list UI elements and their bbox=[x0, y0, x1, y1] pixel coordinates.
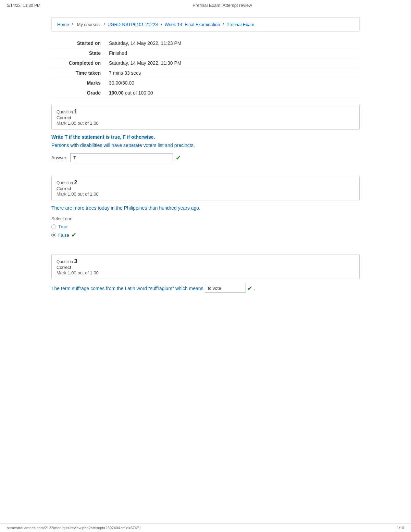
state-value: Finished bbox=[106, 48, 360, 58]
info-row-state: State Finished bbox=[51, 48, 360, 58]
q3-status: Correct bbox=[57, 265, 71, 270]
marks-value: 30.00/30.00 bbox=[106, 78, 360, 88]
q3-fill-blank-row: The term suffrage comes from the Latin w… bbox=[51, 284, 360, 293]
q2-num: 2 bbox=[74, 180, 77, 185]
question-2-body: There are more trees today in the Philip… bbox=[51, 205, 360, 248]
question-2-header: Question 2 Correct Mark 1.00 out of 1.00 bbox=[51, 176, 360, 200]
q2-option-true-label: True bbox=[58, 224, 67, 229]
completed-value: Saturday, 14 May 2022, 11:30 PM bbox=[106, 58, 360, 68]
q1-num: 1 bbox=[74, 109, 77, 114]
question-3-body: The term suffrage comes from the Latin w… bbox=[51, 284, 360, 299]
q3-check-icon: ✔ bbox=[247, 285, 252, 292]
breadcrumb-sep4: / bbox=[223, 22, 225, 27]
q3-mark: Mark 1.00 out of 1.00 bbox=[57, 270, 99, 275]
attempt-info-table: Started on Saturday, 14 May 2022, 11:23 … bbox=[51, 38, 360, 98]
grade-value: 100.00 out of 100.00 bbox=[106, 88, 360, 98]
info-row-completed: Completed on Saturday, 14 May 2022, 11:3… bbox=[51, 58, 360, 68]
breadcrumb: Home / My courses / UGRD-NSTP6101-2122S … bbox=[51, 17, 360, 32]
question-3-header: Question 3 Correct Mark 1.00 out of 1.00 bbox=[51, 255, 360, 279]
marks-label: Marks bbox=[51, 78, 106, 88]
question-1-header: Question 1 Correct Mark 1.00 out of 1.00 bbox=[51, 105, 360, 129]
datetime: 5/14/22, 11:30 PM bbox=[7, 3, 40, 8]
breadcrumb-exam[interactable]: Prefinal Exam bbox=[226, 22, 254, 27]
footer-page: 1/10 bbox=[397, 526, 404, 530]
q1-answer-row: Answer: ✔ bbox=[51, 153, 360, 162]
top-bar: 5/14/22, 11:30 PM Prefinal Exam: Attempt… bbox=[0, 0, 411, 11]
timetaken-label: Time taken bbox=[51, 68, 106, 78]
footer-url: semestral.amaes.com/2122/mod/quiz/review… bbox=[7, 526, 141, 530]
q1-answer-label: Answer: bbox=[51, 155, 67, 160]
q1-text: Persons with disabilities will have sepa… bbox=[51, 143, 360, 148]
grade-bold: 100.00 bbox=[109, 90, 124, 96]
page-title: Prefinal Exam: Attempt review bbox=[192, 3, 252, 8]
q2-option-false: False ✔ bbox=[51, 231, 360, 239]
main-content: Home / My courses / UGRD-NSTP6101-2122S … bbox=[41, 11, 370, 313]
timetaken-value: 7 mins 33 secs bbox=[106, 68, 360, 78]
q2-select-label: Select one: bbox=[51, 216, 360, 221]
footer-bar: semestral.amaes.com/2122/mod/quiz/review… bbox=[0, 523, 411, 532]
q2-check-icon: ✔ bbox=[71, 231, 76, 239]
breadcrumb-home[interactable]: Home bbox=[57, 22, 69, 27]
q2-radio-true bbox=[51, 224, 56, 229]
breadcrumb-sep3: / bbox=[161, 22, 163, 27]
q1-mark: Mark 1.00 out of 1.00 bbox=[57, 121, 99, 126]
q3-label: Question bbox=[57, 259, 74, 264]
breadcrumb-sep1: / bbox=[72, 22, 74, 27]
q3-answer-input[interactable] bbox=[205, 284, 246, 293]
q3-text-after: . bbox=[254, 286, 255, 291]
q3-text-before: The term suffrage comes from the Latin w… bbox=[51, 286, 203, 291]
q1-status: Correct bbox=[57, 115, 71, 120]
q2-option-true: True bbox=[51, 224, 360, 229]
grade-label: Grade bbox=[51, 88, 106, 98]
q1-answer-input[interactable] bbox=[70, 153, 173, 162]
q2-status: Correct bbox=[57, 186, 71, 191]
started-value: Saturday, 14 May 2022, 11:23 PM bbox=[106, 38, 360, 48]
q1-check-icon: ✔ bbox=[176, 154, 181, 162]
q2-mark: Mark 1.00 out of 1.00 bbox=[57, 191, 99, 197]
breadcrumb-course[interactable]: UGRD-NSTP6101-2122S bbox=[108, 22, 158, 27]
q2-radio-false bbox=[51, 233, 56, 237]
info-row-timetaken: Time taken 7 mins 33 secs bbox=[51, 68, 360, 78]
info-row-grade: Grade 100.00 out of 100.00 bbox=[51, 88, 360, 98]
q2-option-false-label: False bbox=[58, 233, 69, 238]
info-row-started: Started on Saturday, 14 May 2022, 11:23 … bbox=[51, 38, 360, 48]
breadcrumb-week14[interactable]: Week 14: Final Examination bbox=[165, 22, 220, 27]
started-label: Started on bbox=[51, 38, 106, 48]
completed-label: Completed on bbox=[51, 58, 106, 68]
breadcrumb-mycourses: My courses bbox=[77, 22, 100, 27]
q2-label: Question bbox=[57, 181, 74, 185]
q1-instruction: Write T if the statement is true, F if o… bbox=[51, 134, 360, 140]
q2-text: There are more trees today in the Philip… bbox=[51, 205, 360, 211]
info-row-marks: Marks 30.00/30.00 bbox=[51, 78, 360, 88]
breadcrumb-sep2: / bbox=[104, 22, 106, 27]
q1-label: Question bbox=[57, 110, 74, 114]
grade-suffix: out of 100.00 bbox=[125, 90, 153, 96]
state-label: State bbox=[51, 48, 106, 58]
q3-num: 3 bbox=[74, 258, 77, 264]
question-1-body: Write T if the statement is true, F if o… bbox=[51, 134, 360, 169]
